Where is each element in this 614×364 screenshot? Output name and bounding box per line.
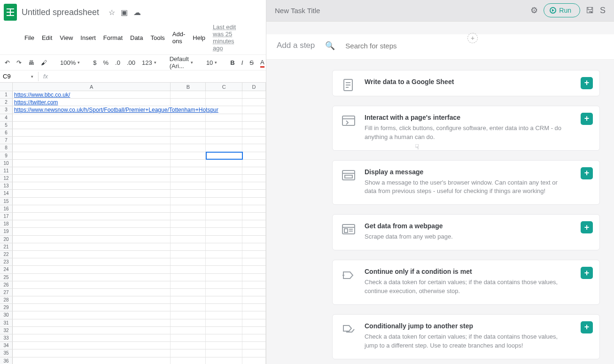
cell[interactable]: [206, 99, 242, 106]
spreadsheet-grid[interactable]: A B C D 1https://www.bbc.co.uk/2https://…: [0, 83, 266, 364]
cell[interactable]: [171, 311, 206, 318]
cell[interactable]: [171, 289, 206, 296]
undo-icon[interactable]: ↶: [5, 59, 10, 66]
cell[interactable]: [242, 281, 266, 288]
cell[interactable]: [171, 251, 206, 258]
cell[interactable]: [171, 175, 206, 182]
cell[interactable]: [171, 213, 206, 220]
cell[interactable]: [206, 357, 242, 364]
row-header[interactable]: 3: [0, 106, 13, 113]
cell[interactable]: [13, 251, 171, 258]
cell[interactable]: [242, 167, 266, 174]
cell[interactable]: [242, 91, 266, 98]
insert-step-placeholder-icon[interactable]: +: [467, 33, 478, 43]
cell[interactable]: [171, 296, 206, 303]
menu-addons[interactable]: Add-ons: [172, 31, 185, 45]
cell[interactable]: [13, 220, 171, 227]
col-header-b[interactable]: B: [171, 83, 206, 91]
add-step-button[interactable]: +: [581, 77, 593, 89]
cell[interactable]: [206, 122, 242, 129]
row-header[interactable]: 13: [0, 182, 13, 189]
row-header[interactable]: 33: [0, 334, 13, 341]
percent-button[interactable]: %: [103, 59, 109, 66]
cell[interactable]: [206, 129, 242, 136]
cell[interactable]: [171, 129, 206, 136]
row-header[interactable]: 30: [0, 311, 13, 318]
row-header[interactable]: 15: [0, 198, 13, 205]
row-header[interactable]: 5: [0, 122, 13, 129]
cell[interactable]: [206, 106, 243, 113]
cell[interactable]: [242, 274, 266, 281]
cell[interactable]: [171, 122, 206, 129]
cell[interactable]: [13, 137, 171, 144]
cell[interactable]: [171, 190, 206, 197]
row-header[interactable]: 24: [0, 266, 13, 273]
cell[interactable]: [242, 357, 266, 364]
cell[interactable]: [206, 137, 242, 144]
menu-insert[interactable]: Insert: [80, 34, 96, 41]
row-header[interactable]: 36: [0, 357, 13, 364]
currency-button[interactable]: $: [93, 59, 96, 66]
cell[interactable]: [13, 258, 171, 265]
cell[interactable]: [242, 228, 266, 235]
cell[interactable]: [171, 167, 206, 174]
bold-button[interactable]: B: [230, 59, 234, 66]
cell[interactable]: [13, 334, 171, 341]
row-header[interactable]: 25: [0, 274, 13, 281]
cell[interactable]: [13, 114, 171, 121]
row-header[interactable]: 31: [0, 319, 13, 326]
add-step-button[interactable]: +: [581, 167, 593, 179]
paint-format-icon[interactable]: 🖌: [41, 59, 47, 66]
save-icon[interactable]: 🖫: [586, 6, 594, 15]
cell[interactable]: [171, 228, 206, 235]
col-header-d[interactable]: D: [242, 83, 266, 91]
cell[interactable]: [242, 122, 266, 129]
cell[interactable]: [206, 342, 242, 349]
redo-icon[interactable]: ↷: [16, 59, 22, 66]
col-header-a[interactable]: A: [13, 83, 171, 91]
cell[interactable]: [206, 296, 242, 303]
cell[interactable]: [242, 190, 266, 197]
cell-link[interactable]: https://www.bbc.co.uk/: [14, 92, 70, 98]
cell[interactable]: [242, 175, 266, 182]
cell[interactable]: [242, 236, 266, 243]
row-header[interactable]: 7: [0, 137, 13, 144]
cell[interactable]: [206, 228, 242, 235]
star-icon[interactable]: ☆: [109, 8, 115, 17]
row-header[interactable]: 17: [0, 213, 13, 220]
name-box-caret-icon[interactable]: ▾: [31, 74, 33, 79]
row-header[interactable]: 29: [0, 304, 13, 311]
cell[interactable]: [242, 205, 266, 212]
cell[interactable]: [206, 205, 242, 212]
cell-link[interactable]: https://twitter.com: [14, 99, 58, 106]
row-header[interactable]: 19: [0, 228, 13, 235]
name-box[interactable]: [3, 73, 26, 80]
cell[interactable]: [242, 182, 266, 189]
menu-format[interactable]: Format: [103, 34, 123, 41]
cell[interactable]: [206, 258, 242, 265]
cell[interactable]: [242, 213, 266, 220]
decimal-decrease-button[interactable]: .0: [115, 59, 120, 66]
row-header[interactable]: 2: [0, 99, 13, 106]
cell[interactable]: [171, 258, 206, 265]
cell[interactable]: [13, 243, 171, 250]
cell[interactable]: [13, 342, 171, 349]
menu-view[interactable]: View: [60, 34, 73, 41]
cell[interactable]: [13, 304, 171, 311]
cell[interactable]: [171, 114, 206, 121]
cell[interactable]: [171, 198, 206, 205]
cell[interactable]: [242, 152, 266, 159]
cell[interactable]: [171, 152, 206, 159]
cell[interactable]: [171, 304, 206, 311]
cell[interactable]: [13, 327, 171, 334]
cell[interactable]: [206, 213, 242, 220]
cell[interactable]: [242, 144, 266, 151]
cell[interactable]: [13, 311, 171, 318]
row-header[interactable]: 21: [0, 243, 13, 250]
cell[interactable]: [206, 327, 242, 334]
cell[interactable]: [13, 357, 171, 364]
cell[interactable]: [242, 319, 266, 326]
add-step-button[interactable]: +: [581, 221, 593, 233]
cell[interactable]: [242, 160, 266, 167]
cell[interactable]: [242, 289, 266, 296]
